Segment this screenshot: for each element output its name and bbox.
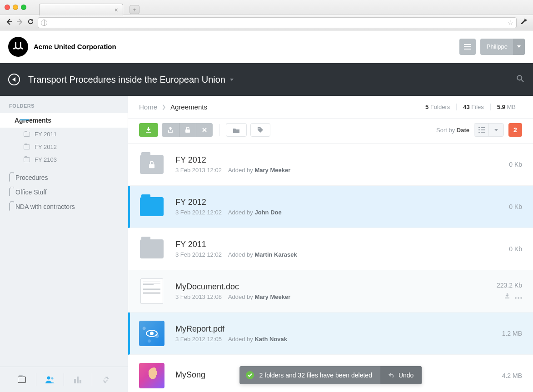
file-row[interactable]: FY 2011 3 Feb 2012 12:02Added by Martin … (128, 228, 533, 270)
settings-wrench-icon[interactable] (520, 18, 528, 27)
unlock-icon (185, 127, 190, 133)
download-button[interactable] (139, 123, 158, 137)
svg-point-15 (515, 297, 517, 299)
search-button[interactable] (516, 74, 525, 85)
svg-rect-4 (77, 377, 79, 383)
undo-button[interactable]: Undo (380, 366, 422, 384)
file-row[interactable]: FY 2012 3 Feb 2013 12:02Added by Mary Me… (128, 144, 533, 186)
download-file-button[interactable] (504, 293, 510, 301)
file-row[interactable]: FY 2012 3 Feb 2012 12:02Added by John Do… (128, 186, 533, 228)
file-row[interactable]: MyReport.pdf 3 Feb 2012 12:05Added by Ka… (128, 313, 533, 355)
unlock-button[interactable] (179, 123, 196, 137)
company-name: Acme United Corporation (34, 43, 116, 50)
company-logo[interactable] (8, 37, 28, 57)
main-content: Home ❯ Agreements 5 Folders 43 Files 5.9… (128, 96, 533, 392)
svg-point-19 (150, 332, 154, 335)
main-menu-button[interactable] (459, 39, 476, 55)
window-zoom-button[interactable] (21, 5, 26, 10)
delete-button[interactable] (196, 123, 213, 137)
svg-rect-10 (478, 132, 480, 133)
user-menu-button[interactable]: Philippe (480, 39, 525, 55)
nav-settings-button[interactable] (92, 373, 120, 386)
svg-point-17 (520, 297, 522, 299)
window-minimize-button[interactable] (13, 5, 18, 10)
folder-icon (140, 239, 164, 258)
back-triangle-icon (12, 77, 15, 82)
folder-icon (9, 189, 10, 196)
toast-message: 2 folders and 32 files have been deleted (259, 372, 380, 379)
page-title: Transport Procedures inside the European… (28, 74, 225, 85)
svg-rect-13 (481, 132, 485, 133)
bar-chart-icon (74, 376, 82, 383)
folder-icon (24, 132, 30, 137)
svg-point-18 (146, 330, 157, 337)
share-button[interactable] (162, 123, 179, 137)
sidebar: FOLDERS Agreements FY 2011 FY 2012 FY 21… (0, 96, 128, 392)
sidebar-item-agreements[interactable]: Agreements (0, 113, 128, 128)
browser-tab[interactable]: × (39, 4, 123, 15)
people-icon (45, 376, 55, 384)
download-icon (145, 127, 152, 133)
sidebar-item-office-stuff[interactable]: Office Stuff (0, 185, 128, 199)
sidebar-item-procedures[interactable]: Procedures (0, 170, 128, 185)
folder-icon (18, 377, 26, 383)
sidebar-subitem[interactable]: FY 2012 (0, 140, 128, 153)
pdf-preview-icon (139, 321, 164, 346)
tag-icon (257, 127, 264, 133)
app-header: Acme United Corporation Philippe (0, 30, 533, 63)
sidebar-item-label: Office Stuff (15, 189, 47, 196)
undo-icon (389, 372, 395, 378)
chevron-right-icon: ❯ (162, 104, 166, 110)
check-icon (246, 371, 254, 379)
chevron-down-icon (494, 129, 498, 131)
folder-icon (24, 157, 30, 162)
svg-rect-3 (74, 379, 76, 383)
close-icon (202, 127, 207, 133)
image-thumbnail (139, 363, 164, 388)
bookmark-star-icon[interactable]: ☆ (508, 19, 513, 26)
reload-icon[interactable] (27, 18, 34, 27)
sidebar-subitem[interactable]: FY 2011 (0, 128, 128, 140)
gear-icon (101, 375, 110, 384)
file-name: FY 2012 (175, 198, 509, 207)
forward-icon[interactable] (16, 18, 24, 27)
new-tab-button[interactable]: + (130, 5, 139, 14)
more-options-button[interactable] (515, 293, 522, 301)
hamburger-icon (464, 46, 471, 47)
file-row[interactable]: MyDocument.doc 3 Feb 2013 12:08Added by … (128, 270, 533, 313)
window-close-button[interactable] (5, 5, 10, 10)
tab-close-icon[interactable]: × (115, 6, 118, 14)
sidebar-item-label: NDA with contractors (15, 203, 75, 210)
back-icon[interactable] (5, 18, 13, 27)
new-folder-button[interactable] (226, 123, 247, 137)
sort-by-button[interactable]: Sort by Date (436, 127, 469, 134)
chevron-down-icon (517, 45, 521, 48)
breadcrumb-home[interactable]: Home (139, 103, 157, 111)
toast-notification: 2 folders and 32 files have been deleted… (239, 366, 422, 384)
back-button[interactable] (8, 74, 20, 85)
folder-icon (9, 174, 10, 181)
nav-people-button[interactable] (36, 373, 65, 386)
svg-rect-9 (478, 129, 480, 130)
svg-rect-14 (149, 164, 154, 168)
title-dropdown-icon[interactable] (230, 79, 234, 81)
nav-stats-button[interactable] (64, 373, 92, 386)
nav-files-button[interactable] (8, 373, 36, 386)
folder-locked-icon (140, 155, 164, 174)
tag-button[interactable] (250, 123, 270, 137)
svg-rect-8 (478, 127, 480, 128)
folder-stats: 5 Folders 43 Files 5.9 MB (419, 104, 522, 110)
url-bar[interactable]: ☆ (38, 17, 517, 28)
folder-icon (9, 203, 10, 210)
svg-rect-12 (481, 129, 485, 130)
file-name: FY 2011 (175, 240, 509, 249)
sidebar-item-nda[interactable]: NDA with contractors (0, 199, 128, 214)
view-list-button[interactable] (474, 124, 489, 136)
sidebar-subitem[interactable]: FY 2103 (0, 153, 128, 166)
user-name: Philippe (487, 43, 508, 50)
breadcrumb-current: Agreements (170, 103, 207, 111)
file-list: FY 2012 3 Feb 2013 12:02Added by Mary Me… (128, 144, 533, 390)
selection-count-badge[interactable]: 2 (508, 123, 522, 137)
view-dropdown-button[interactable] (489, 124, 503, 136)
svg-rect-11 (481, 127, 485, 128)
